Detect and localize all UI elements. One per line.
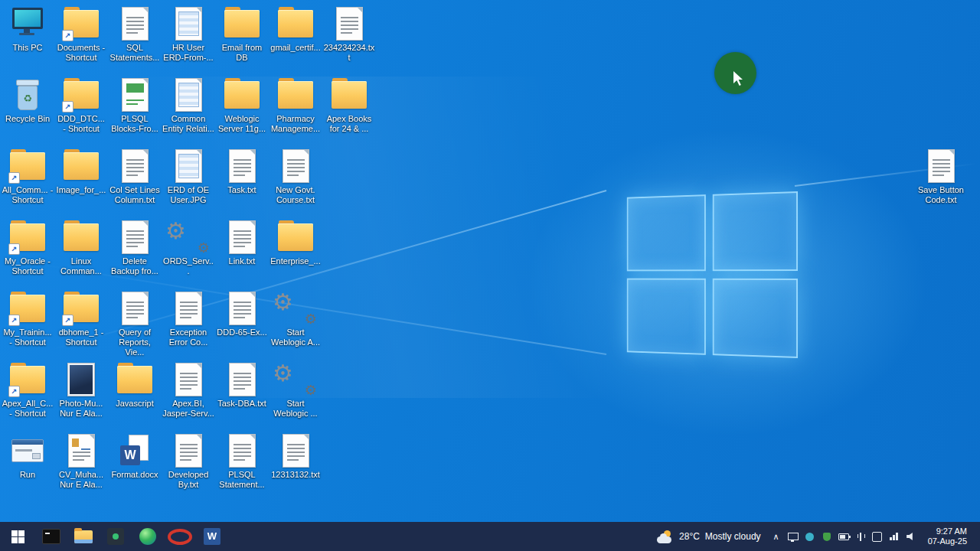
icon-label: PLSQL Statement... [216, 470, 268, 490]
hidden-icons-chevron[interactable]: ∧ [769, 532, 784, 542]
browser-taskbar-icon[interactable] [132, 522, 164, 551]
desktop-icon-12313132-txt[interactable]: 12313132.txt [270, 433, 322, 480]
desktop-icon-this-pc[interactable]: This PC [2, 6, 54, 53]
weather-widget[interactable]: 28°C Mostly cloudy [649, 522, 769, 551]
desktop-icon-image-for[interactable]: Image_for_... [55, 148, 107, 195]
desktop-icon-gmail-certif[interactable]: gmail_certif... [270, 6, 322, 53]
green-icon [109, 77, 161, 112]
icon-label: My_Oracle - Shortcut [2, 256, 54, 276]
oracle-taskbar-icon[interactable] [164, 522, 196, 551]
desktop-icon-apex-all-c-shortcut[interactable]: ↗Apex_All_C... - Shortcut [2, 362, 54, 419]
desktop-icon-enterprise[interactable]: Enterprise_... [270, 220, 322, 266]
txt-icon [216, 220, 268, 255]
desktop-icon-apex-bi-jasper-serv[interactable]: Apex.BI, Jasper-Serv... [162, 362, 214, 419]
teams-icon[interactable] [804, 530, 816, 543]
desktop-icon-new-govt-course-txt[interactable]: New Govt. Course.txt [270, 148, 322, 205]
desktop-icon-weblogic-server-11g[interactable]: Weblogic Server 11g... [216, 77, 268, 134]
desktop-icon-hr-user-erd-from[interactable]: HR User ERD-From-... [162, 6, 214, 63]
icon-label: dbhome_1 - Shortcut [55, 328, 107, 347]
desktop-icon-ords-serv[interactable]: ⚙⚙ORDS_Serv... [162, 220, 214, 276]
desktop-icon-format-docx[interactable]: WFormat.docx [109, 433, 161, 480]
desktop-icon-task-txt[interactable]: Task.txt [216, 148, 268, 195]
file-explorer-taskbar-icon[interactable] [67, 522, 100, 551]
desktop-icon-plsql-statement[interactable]: PLSQL Statement... [216, 433, 268, 490]
icon-label: Start Weblogic A... [270, 328, 322, 347]
icon-label: Save Button Code.txt [915, 185, 967, 205]
icon-label: DDD_DTC... - Shortcut [55, 114, 107, 134]
taskbar-app-icons: W [35, 522, 228, 551]
start-button[interactable] [0, 522, 35, 551]
desktop-icon-exception-error-co[interactable]: Exception Error Co... [162, 291, 214, 347]
desktop-icon-documents-shortcut[interactable]: ↗Documents - Shortcut [55, 6, 107, 63]
word-taskbar-icon[interactable]: W [196, 522, 228, 551]
icon-label: Enterprise_... [270, 256, 322, 266]
erd-icon [162, 148, 214, 184]
desktop-icon-sql-statements[interactable]: SQL Statements... [109, 6, 161, 63]
desktop-icon-all-comm-shortcut[interactable]: ↗All_Comm... - Shortcut [2, 148, 54, 205]
desktop-icon-grid: This PC♻Recycle Bin↗All_Comm... - Shortc… [0, 0, 980, 522]
desktop-icon-start-weblogic[interactable]: ⚙⚙Start Weblogic ... [270, 362, 322, 419]
desktop-icon-email-from-db[interactable]: Email from DB [216, 6, 268, 63]
desktop-icon-234234234-txt[interactable]: 234234234.txt [323, 6, 375, 63]
clock[interactable]: 9:27 AM 07-Aug-25 [920, 522, 975, 551]
sql-developer-taskbar-icon[interactable] [100, 522, 132, 551]
desktop-icon-cv-muha-nur-e-ala[interactable]: CV_Muha... Nur E Ala... [55, 433, 107, 490]
icon-label: 12313132.txt [270, 470, 322, 480]
display-icon[interactable] [787, 530, 799, 543]
desktop-icon-ddd-65-ex[interactable]: DDD-65-Ex... [216, 291, 268, 337]
icon-label: Apex.BI, Jasper-Serv... [162, 399, 214, 419]
desktop-icon-photo-mu-nur-e-ala[interactable]: Photo-Mu... Nur E Ala... [55, 362, 107, 419]
folder-icon: ↗ [55, 6, 107, 41]
icon-label: Linux Comman... [55, 256, 107, 276]
folder-icon [270, 6, 322, 41]
usb-icon[interactable] [854, 530, 867, 543]
desktop-icon-dbhome-1-shortcut[interactable]: ↗dbhome_1 - Shortcut [55, 291, 107, 347]
txt-icon [162, 362, 214, 397]
folder-icon [55, 148, 107, 184]
desktop-icon-start-weblogic-a[interactable]: ⚙⚙Start Weblogic A... [270, 291, 322, 347]
desktop-icon-query-of-reports-vie[interactable]: Query of Reports, Vie... [109, 291, 161, 357]
txt-icon [270, 148, 322, 184]
icon-label: 234234234.txt [323, 43, 375, 63]
txt-icon [109, 291, 161, 326]
volume-icon[interactable] [905, 530, 917, 543]
terminal-taskbar-icon[interactable] [35, 522, 67, 551]
desktop-icon-my-oracle-shortcut[interactable]: ↗My_Oracle - Shortcut [2, 220, 54, 276]
network-icon[interactable] [888, 530, 900, 543]
desktop-icon-plsql-blocks-fro[interactable]: PLSQL Blocks-Fro... [109, 77, 161, 134]
icon-label: Link.txt [216, 256, 268, 266]
shortcut-arrow-overlay: ↗ [8, 243, 20, 255]
icon-label: Query of Reports, Vie... [109, 328, 161, 357]
folder-icon: ↗ [55, 77, 107, 112]
desktop-icon-link-txt[interactable]: Link.txt [216, 220, 268, 266]
icon-label: Run [2, 470, 54, 480]
desktop-icon-developed-by-txt[interactable]: Developed By.txt [162, 433, 214, 490]
desktop-icon-pharmacy-manageme[interactable]: Pharmacy Manageme... [270, 77, 322, 134]
battery-icon[interactable] [838, 530, 850, 543]
desktop-icon-ddd-dtc-shortcut[interactable]: ↗DDD_DTC... - Shortcut [55, 77, 107, 134]
desktop-icon-recycle-bin[interactable]: ♻Recycle Bin [2, 77, 54, 124]
shortcut-arrow-overlay: ↗ [8, 315, 20, 326]
txt-icon [216, 362, 268, 397]
word-icon: W [109, 433, 161, 468]
desktop-icon-task-dba-txt[interactable]: Task-DBA.txt [216, 362, 268, 409]
antivirus-icon[interactable] [821, 530, 833, 543]
desktop-icon-run[interactable]: Run [2, 433, 54, 480]
desktop-icon-common-entity-relati[interactable]: Common Entity Relati... [162, 77, 214, 134]
desktop-icon-erd-of-oe-user-jpg[interactable]: ERD of OE User.JPG [162, 148, 214, 205]
folder-icon [216, 77, 268, 112]
folder-icon [323, 77, 375, 112]
desktop-icon-col-set-lines-column-txt[interactable]: Col Set Lines Column.txt [109, 148, 161, 205]
desktop-icon-delete-backup-fro[interactable]: Delete Backup fro... [109, 220, 161, 276]
icon-label: DDD-65-Ex... [216, 328, 268, 337]
icon-label: Delete Backup fro... [109, 256, 161, 276]
desktop-icon-apex-books-for-24[interactable]: Apex Books for 24 & ... [323, 77, 375, 134]
icon-label: Weblogic Server 11g... [216, 114, 268, 134]
desktop-icon-javascript[interactable]: Javascript [109, 362, 161, 409]
language-icon[interactable] [871, 530, 884, 543]
desktop-icon-my-trainin-shortcut[interactable]: ↗My_Trainin... - Shortcut [2, 291, 54, 347]
weather-condition: Mostly cloudy [705, 531, 761, 542]
desktop-icon-save-button-code-txt[interactable]: Save Button Code.txt [915, 148, 967, 205]
txt-icon [216, 148, 268, 184]
desktop-icon-linux-comman[interactable]: Linux Comman... [55, 220, 107, 276]
